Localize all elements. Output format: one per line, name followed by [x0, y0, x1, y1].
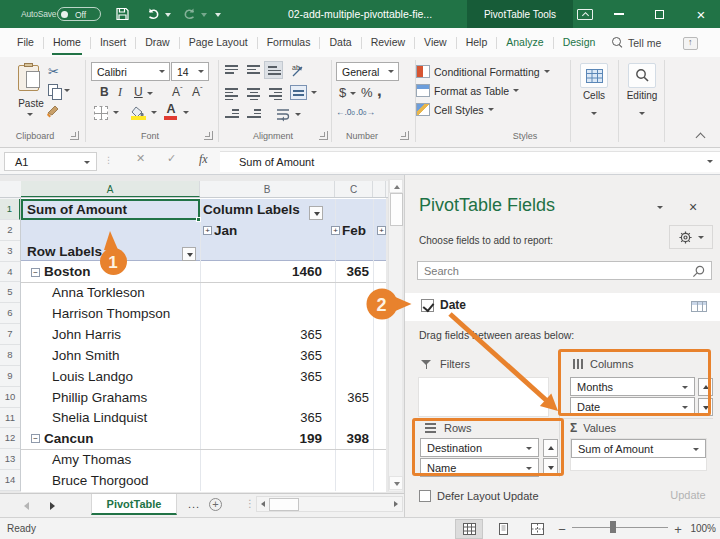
- close-button[interactable]: ×: [686, 0, 716, 28]
- tab-view[interactable]: View: [415, 28, 456, 57]
- prev-sheet-icon[interactable]: [24, 502, 29, 510]
- cell-C12[interactable]: 398: [346, 431, 369, 446]
- more-sheets[interactable]: ...: [188, 498, 200, 510]
- increase-font-button[interactable]: Aˆ: [172, 85, 183, 99]
- cell-B4[interactable]: 1460: [292, 264, 322, 279]
- paste-caret-icon[interactable]: [27, 113, 33, 116]
- cell-B12[interactable]: 199: [299, 431, 322, 446]
- column-header-A[interactable]: A: [21, 181, 200, 197]
- cut-icon[interactable]: ✂: [48, 64, 59, 79]
- zoom-out-button[interactable]: −: [556, 522, 568, 537]
- zoom-slider-thumb[interactable]: [610, 521, 616, 533]
- zoom-slider-track[interactable]: [572, 527, 668, 528]
- cells-button[interactable]: Cells: [578, 63, 610, 119]
- borders-icon[interactable]: [94, 106, 108, 120]
- cell-A3[interactable]: Row Labels: [27, 244, 102, 259]
- autosave-toggle[interactable]: Off: [57, 7, 101, 21]
- grid-row-12[interactable]: −Cancun199398: [21, 428, 386, 449]
- fill-color-caret-icon[interactable]: [151, 111, 157, 114]
- font-name-combo[interactable]: Calibri: [91, 62, 170, 81]
- format-painter-icon[interactable]: [46, 104, 61, 119]
- row-header-4[interactable]: 4: [0, 262, 20, 283]
- cell-B7[interactable]: 365: [300, 327, 322, 342]
- grid-row-7[interactable]: John Harris365: [21, 324, 386, 345]
- tab-insert[interactable]: Insert: [91, 28, 135, 57]
- merge-center-caret-icon[interactable]: [311, 91, 317, 94]
- vscroll-thumb[interactable]: [390, 193, 403, 226]
- row-header-13[interactable]: 13: [0, 449, 20, 470]
- area-field-date[interactable]: Date: [570, 397, 695, 416]
- cell-A13[interactable]: Amy Thomas: [52, 452, 131, 467]
- scroll-down-button[interactable]: [389, 476, 403, 490]
- paste-button[interactable]: [18, 63, 44, 93]
- row-header-11[interactable]: 11: [0, 408, 20, 429]
- grid-row-8[interactable]: John Smith365: [21, 345, 386, 366]
- increase-indent-icon[interactable]: [247, 109, 261, 120]
- redo-icon[interactable]: [181, 6, 198, 22]
- cancel-formula-icon[interactable]: ✕: [136, 152, 145, 165]
- tab-help[interactable]: Help: [457, 28, 497, 57]
- undo-icon[interactable]: [145, 6, 162, 22]
- cell-A9[interactable]: Louis Landgo: [52, 369, 133, 384]
- pane-close-icon[interactable]: ×: [689, 199, 697, 215]
- conditional-formatting-button[interactable]: Conditional Formatting: [416, 65, 550, 78]
- underline-caret-icon[interactable]: [147, 92, 153, 95]
- update-button[interactable]: Update: [663, 486, 713, 505]
- row-header-8[interactable]: 8: [0, 345, 20, 366]
- cell-A12[interactable]: Cancun: [44, 431, 94, 446]
- filters-area[interactable]: [418, 377, 549, 417]
- name-box[interactable]: A1: [4, 152, 97, 171]
- cell-A14[interactable]: Bruce Thorgood: [52, 473, 149, 488]
- sheet-tab-pivottable[interactable]: PivotTable: [91, 494, 177, 515]
- grid-row-9[interactable]: Louis Landgo365: [21, 366, 386, 387]
- italic-button[interactable]: I: [118, 85, 122, 100]
- align-left-icon[interactable]: [225, 88, 238, 102]
- ribbon-display-options-icon[interactable]: [577, 9, 593, 20]
- cell-month[interactable]: Feb: [342, 223, 366, 238]
- date-checkbox[interactable]: [421, 299, 434, 312]
- editing-button[interactable]: Editing: [625, 63, 659, 119]
- search-field[interactable]: Search: [417, 261, 712, 280]
- tools-button[interactable]: [669, 225, 713, 249]
- expand-next-icon[interactable]: +: [377, 226, 386, 235]
- grid-row-13[interactable]: Amy Thomas: [21, 449, 386, 470]
- font-size-combo[interactable]: 14: [171, 62, 209, 81]
- cell-A8[interactable]: John Smith: [52, 348, 120, 363]
- row-header-9[interactable]: 9: [0, 366, 20, 387]
- values-area[interactable]: Sum of Amount: [570, 438, 707, 471]
- orientation-icon[interactable]: ab: [291, 63, 306, 78]
- grid-row-6[interactable]: Harrison Thompson: [21, 303, 386, 324]
- row-header-12[interactable]: 12: [0, 428, 20, 449]
- cells-area[interactable]: Sum of AmountColumn Labels+Jan+Feb+Row L…: [21, 198, 386, 492]
- tab-data[interactable]: Data: [320, 28, 360, 57]
- tab-design[interactable]: Design: [554, 28, 605, 57]
- column-header-C[interactable]: C: [335, 181, 373, 197]
- tab-draw[interactable]: Draw: [136, 28, 179, 57]
- cell-A11[interactable]: Shelia Lindquist: [52, 410, 147, 425]
- cell-C10[interactable]: 365: [347, 390, 369, 405]
- page-break-view-button[interactable]: [523, 519, 551, 539]
- collapse-cancun-icon[interactable]: −: [31, 434, 40, 443]
- area-field-destination[interactable]: Destination: [420, 438, 539, 457]
- currency-caret-icon[interactable]: [350, 92, 356, 95]
- fill-color-icon[interactable]: [131, 104, 147, 120]
- enter-formula-icon[interactable]: ✓: [167, 152, 176, 165]
- align-middle-icon[interactable]: [247, 65, 260, 76]
- rows-spin-up[interactable]: [543, 439, 558, 457]
- font-color-caret-icon[interactable]: [183, 111, 189, 114]
- tab-formulas[interactable]: Formulas: [258, 28, 320, 57]
- collapse-boston-icon[interactable]: −: [31, 268, 40, 277]
- zoom-level[interactable]: 100%: [688, 523, 716, 534]
- area-field-months[interactable]: Months: [570, 377, 695, 396]
- row-header-14[interactable]: 14: [0, 470, 20, 491]
- tab-analyze[interactable]: Analyze: [497, 28, 552, 57]
- currency-button[interactable]: $: [339, 85, 346, 100]
- number-dialog-launcher-icon[interactable]: [400, 131, 409, 140]
- cell-B8[interactable]: 365: [300, 348, 322, 363]
- underline-button[interactable]: U: [134, 85, 143, 99]
- column-labels-filter-icon[interactable]: [309, 206, 323, 220]
- cell-A7[interactable]: John Harris: [52, 327, 121, 342]
- cell-styles-button[interactable]: Cell Styles: [416, 103, 494, 116]
- rows-area[interactable]: DestinationName: [420, 438, 539, 477]
- percent-button[interactable]: %: [361, 85, 373, 100]
